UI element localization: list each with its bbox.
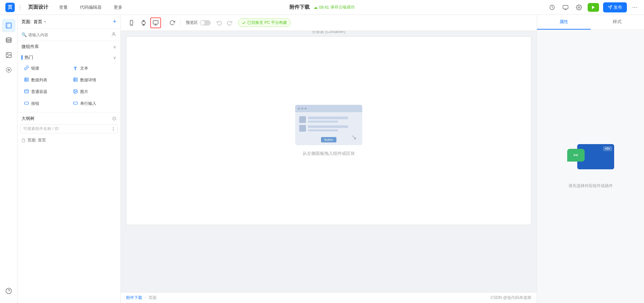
left-panel: 页面: 首页 ▾ + 🔍 微组件库 ∨: [17, 15, 121, 303]
svg-rect-38: [153, 20, 158, 24]
svg-point-12: [7, 54, 8, 55]
toolbar-mobile-button[interactable]: [126, 17, 137, 28]
component-label-link: 链接: [31, 66, 39, 71]
component-label-container: 普通容器: [31, 89, 47, 95]
footer-right-text: CSDN @低代码布道师: [490, 295, 531, 301]
component-item-data-list[interactable]: 数据列表: [20, 74, 69, 86]
sidebar-item-datasource[interactable]: [2, 34, 15, 47]
file-icon: [21, 138, 25, 142]
nav-menu-variable[interactable]: 变量: [56, 3, 70, 12]
input-icon: [73, 101, 78, 106]
history-button[interactable]: [547, 3, 557, 12]
undo-button[interactable]: [215, 18, 224, 28]
preview-label: 预览区: [186, 20, 198, 26]
svg-point-10: [6, 38, 11, 39]
breadcrumb-item-0[interactable]: 附件下载: [126, 295, 142, 300]
nav-center: 附件下载 ☁ 09:41 保存云端成功: [289, 4, 355, 10]
component-item-data-detail[interactable]: 数据详情: [69, 74, 118, 86]
tab-styles[interactable]: 样式: [591, 15, 644, 30]
svg-point-14: [6, 68, 11, 73]
right-panel-content: </> >< 请先选择对应组件或插件: [537, 30, 644, 303]
nav-title: 页面设计: [28, 4, 48, 10]
outline-tree-item-label: 页面: 首页: [28, 137, 46, 143]
search-input[interactable]: [28, 33, 109, 37]
canvas-empty-text: 从左侧面板拖入组件或区块: [303, 150, 355, 157]
canvas-empty: Button ↘ 从左侧面板拖入组件或区块: [126, 37, 531, 225]
platform-badge-text: 已切换至 PC 平台构建: [247, 20, 287, 26]
toolbar-history-btns: [215, 18, 234, 28]
component-item-input[interactable]: 单行输入: [69, 98, 118, 110]
svg-point-13: [8, 69, 9, 71]
data-detail-icon: [73, 77, 78, 83]
screen-button[interactable]: [561, 3, 570, 12]
component-label-data-detail: 数据详情: [80, 77, 96, 83]
toolbar-divider-1: [164, 19, 164, 26]
toolbar-divider-2: [180, 19, 180, 26]
user-icon[interactable]: [111, 32, 116, 38]
component-item-text[interactable]: T 文本: [69, 62, 118, 74]
center-panel: 预览区: [121, 15, 537, 303]
page-name[interactable]: 首页: [34, 19, 42, 25]
add-page-button[interactable]: +: [113, 18, 116, 25]
container-icon: [24, 89, 29, 95]
top-nav-more-icon[interactable]: ···: [631, 2, 639, 12]
publish-button[interactable]: 发布: [603, 2, 627, 12]
redo-button[interactable]: [225, 18, 234, 28]
toolbar-desktop-button[interactable]: [150, 17, 161, 28]
micro-widget-title: 微组件库: [21, 44, 39, 50]
toolbar: 预览区: [121, 15, 537, 31]
sidebar-item-assets[interactable]: [2, 48, 15, 62]
sidebar-item-help[interactable]: [2, 284, 15, 298]
outline-title: 大纲树: [21, 116, 35, 122]
svg-rect-31: [73, 102, 77, 104]
nav-menu-code-editor[interactable]: 代码编辑器: [77, 3, 104, 12]
canvas-wrapper: 空容器 (Container): [126, 36, 531, 225]
svg-point-35: [142, 21, 146, 25]
canvas-placeholder-illustration: Button ↘: [295, 105, 362, 145]
svg-rect-1: [563, 5, 568, 9]
nav-menu-more[interactable]: 更多: [111, 3, 125, 12]
hot-collapse-icon[interactable]: ∨: [113, 55, 116, 60]
settings-button[interactable]: [574, 3, 584, 12]
save-info: ☁ 09:41 保存云端成功: [314, 4, 355, 10]
breadcrumb: 附件下载 › 页面: [126, 295, 157, 301]
component-item-link[interactable]: 链接: [20, 62, 69, 74]
toolbar-refresh-button[interactable]: [167, 17, 177, 28]
main-layout: 页面: 首页 ▾ + 🔍 微组件库 ∨: [0, 15, 644, 303]
component-item-button[interactable]: 按钮: [20, 98, 69, 110]
app-logo: 页: [5, 3, 15, 12]
outline-settings-icon[interactable]: ⊙: [112, 115, 116, 122]
svg-rect-37: [143, 24, 145, 25]
right-panel-illustration: </> ><: [567, 144, 614, 178]
component-label-image: 图片: [80, 89, 88, 95]
outline-tree-page[interactable]: 页面: 首页: [17, 135, 120, 145]
toggle-knob: [201, 21, 205, 25]
run-button[interactable]: [588, 3, 599, 12]
top-nav: 页 ⋮ 页面设计 变量 代码编辑器 更多 附件下载 ☁ 09:41 保存云端成功: [0, 0, 644, 15]
sidebar-item-plugins[interactable]: [2, 63, 15, 77]
preview-toggle[interactable]: [200, 20, 211, 26]
page-dropdown-icon[interactable]: ▾: [44, 20, 46, 24]
tab-properties[interactable]: 属性: [537, 15, 591, 30]
page-header-left: 页面: 首页 ▾: [21, 19, 46, 25]
icon-sidebar: [0, 15, 17, 303]
nav-dots-icon[interactable]: ⋮: [17, 4, 23, 10]
component-item-image[interactable]: 图片: [69, 86, 118, 98]
svg-point-17: [113, 33, 114, 34]
data-list-icon: [24, 77, 29, 83]
canvas-scroll[interactable]: 空容器 (Container): [121, 31, 537, 292]
canvas-container[interactable]: Button ↘ 从左侧面板拖入组件或区块: [126, 36, 531, 225]
right-panel: 属性 样式 </> >< 请先选择对应组件或插件: [537, 15, 644, 303]
toolbar-watch-button[interactable]: [138, 17, 149, 28]
breadcrumb-sep: ›: [145, 295, 146, 300]
bubble-icon: ><: [567, 149, 585, 162]
nav-center-title: 附件下载: [289, 4, 310, 10]
micro-widget-collapse-icon[interactable]: ∨: [113, 44, 116, 49]
component-item-container[interactable]: 普通容器: [20, 86, 69, 98]
sidebar-item-pages[interactable]: [2, 19, 15, 32]
outline-search[interactable]: 可搜索组件名称 / ID ▲ ▼: [20, 124, 118, 133]
save-time: 09:41: [319, 5, 329, 10]
outline-header: 大纲树 ⊙: [17, 113, 120, 124]
image-icon: [73, 89, 78, 95]
right-panel-tabs: 属性 样式: [537, 15, 644, 30]
